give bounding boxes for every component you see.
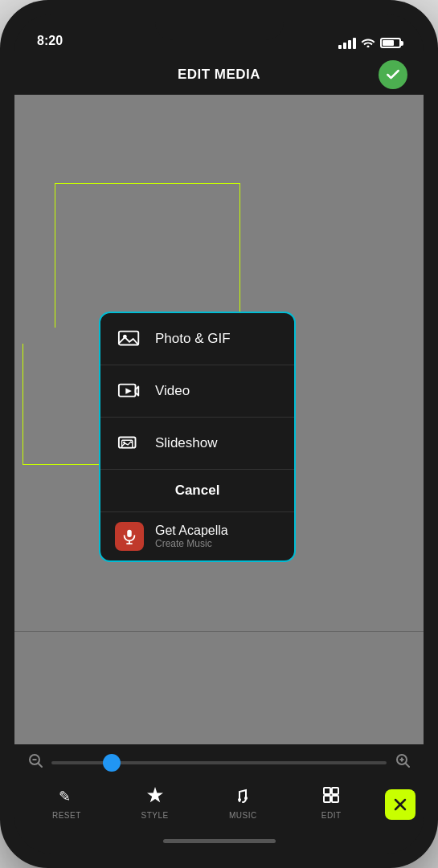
zoom-out-icon[interactable] xyxy=(27,752,43,772)
svg-rect-23 xyxy=(324,796,330,802)
toolbar-row: ✎ RESET STYLE xyxy=(14,780,424,828)
acapella-subtitle: Create Music xyxy=(155,538,228,549)
svg-line-13 xyxy=(39,764,42,767)
zoom-in-icon[interactable] xyxy=(395,752,411,772)
menu-item-video[interactable]: Video xyxy=(100,365,294,418)
svg-point-20 xyxy=(244,797,248,800)
edit-label: EDIT xyxy=(321,811,342,820)
close-button[interactable] xyxy=(385,789,415,820)
slider-row xyxy=(14,744,424,780)
canvas-divider xyxy=(14,631,424,632)
reset-label: RESET xyxy=(52,811,81,820)
reset-icon: ✎ xyxy=(57,785,76,809)
svg-rect-0 xyxy=(119,332,138,345)
status-icons xyxy=(338,36,401,50)
menu-item-slideshow[interactable]: Slideshow xyxy=(100,418,294,470)
home-indicator xyxy=(14,828,424,854)
toolbar-item-edit[interactable]: EDIT xyxy=(307,785,355,820)
acapella-icon xyxy=(115,522,144,551)
confirm-button[interactable] xyxy=(379,60,407,89)
video-icon xyxy=(115,377,144,405)
notch xyxy=(155,14,284,40)
home-bar xyxy=(163,839,276,843)
bottom-bar: ✎ RESET STYLE xyxy=(14,744,424,828)
page-title: EDIT MEDIA xyxy=(178,67,260,83)
svg-rect-21 xyxy=(324,788,330,794)
acapella-title: Get Acapella xyxy=(155,524,228,538)
phone-screen: 8:20 xyxy=(14,14,424,854)
popup-menu: Photo & GIF Video xyxy=(99,312,296,562)
signal-bars-icon xyxy=(338,38,356,49)
music-icon xyxy=(233,785,252,809)
svg-marker-4 xyxy=(125,388,132,394)
selection-line-left-top xyxy=(55,183,55,328)
menu-item-photo-gif[interactable]: Photo & GIF xyxy=(100,313,294,365)
music-label: MUSIC xyxy=(229,811,257,820)
slideshow-icon xyxy=(115,429,144,458)
menu-item-acapella[interactable]: Get Acapella Create Music xyxy=(100,512,294,560)
zoom-slider[interactable] xyxy=(51,761,387,764)
status-time: 8:20 xyxy=(37,34,63,50)
canvas-area: Photo & GIF Video xyxy=(14,95,424,744)
slider-thumb[interactable] xyxy=(103,754,121,772)
style-label: STYLE xyxy=(141,811,169,820)
edit-icon xyxy=(321,785,341,809)
svg-rect-22 xyxy=(332,788,338,794)
selection-line-top xyxy=(55,183,239,184)
menu-item-cancel[interactable]: Cancel xyxy=(100,470,294,512)
svg-text:✎: ✎ xyxy=(59,789,71,805)
toolbar-item-music[interactable]: MUSIC xyxy=(219,785,267,820)
svg-line-17 xyxy=(406,764,409,767)
slideshow-label: Slideshow xyxy=(155,435,218,451)
photo-gif-icon xyxy=(115,324,144,353)
acapella-text: Get Acapella Create Music xyxy=(155,524,228,549)
video-label: Video xyxy=(155,383,190,399)
selection-line-left-bottom xyxy=(23,344,23,464)
style-icon xyxy=(145,785,165,809)
toolbar-item-style[interactable]: STYLE xyxy=(131,785,179,820)
photo-gif-label: Photo & GIF xyxy=(155,331,231,347)
cancel-label: Cancel xyxy=(175,483,220,499)
wifi-icon xyxy=(361,36,375,50)
toolbar-item-reset[interactable]: ✎ RESET xyxy=(43,785,91,820)
battery-icon xyxy=(380,38,401,48)
svg-rect-24 xyxy=(332,796,338,802)
phone-frame: 8:20 xyxy=(0,0,438,868)
svg-rect-8 xyxy=(127,530,132,537)
selection-line-right-top xyxy=(239,183,240,328)
header: EDIT MEDIA xyxy=(14,55,424,95)
svg-point-19 xyxy=(238,798,241,801)
